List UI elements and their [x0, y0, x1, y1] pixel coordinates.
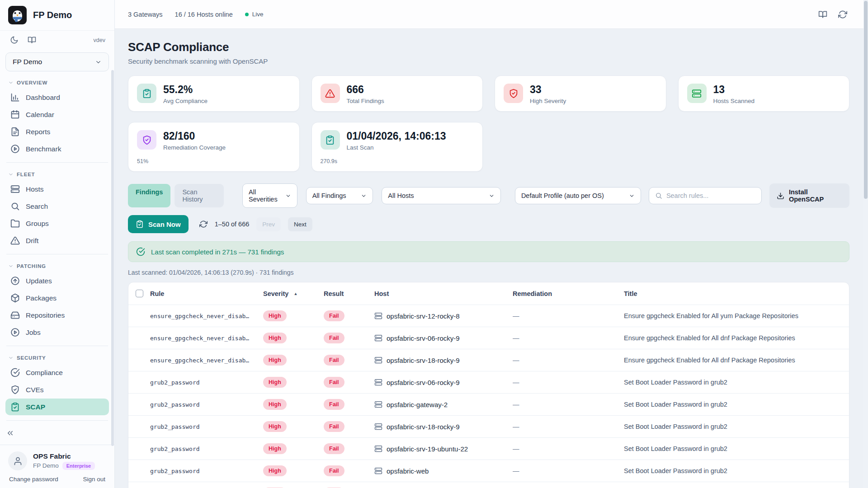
sidebar-divider [6, 254, 108, 254]
column-header-result[interactable]: Result [324, 290, 374, 297]
prev-page-button[interactable]: Prev [256, 217, 281, 231]
column-header-rule[interactable]: Rule [150, 290, 263, 297]
search-rules-input[interactable] [666, 192, 755, 199]
severity-badge: High [263, 310, 287, 321]
collapse-sidebar-icon[interactable] [6, 429, 14, 437]
column-header-title[interactable]: Title [624, 290, 849, 297]
table-row[interactable]: grub2_passwordHighFailopsfabric-web—Set … [128, 460, 849, 482]
filter-select-value: All Hosts [388, 192, 414, 199]
column-header-severity[interactable]: Severity▲ [263, 290, 324, 297]
sidebar-item-benchmark[interactable]: Benchmark [5, 141, 109, 157]
host-cell[interactable]: opsfabric-srv-19-ubuntu-22 [374, 445, 513, 453]
column-header-remediation[interactable]: Remediation [513, 290, 624, 297]
host-cell[interactable]: opsfabric-srv-12-rocky-8 [374, 312, 513, 320]
install-openscap-button[interactable]: Install OpenSCAP [769, 183, 849, 208]
host-cell[interactable]: opsfabric-srv-06-rocky-9 [374, 334, 513, 342]
sidebar-item-packages[interactable]: Packages [5, 290, 109, 306]
sidebar-item-scap[interactable]: SCAP [5, 399, 109, 415]
sidebar-item-compliance[interactable]: Compliance [5, 364, 109, 381]
sidebar-item-label: Updates [26, 277, 52, 285]
chevron-down-icon [95, 59, 102, 66]
page-scrollbar-thumb[interactable] [864, 1, 868, 199]
sidebar-scrollbar[interactable] [111, 70, 114, 446]
severity-badge: High [263, 465, 287, 476]
host-name: opsfabric-srv-12-rocky-8 [387, 312, 460, 320]
severity-badge: High [263, 421, 287, 432]
host-cell[interactable]: opsfabric-gateway-2 [374, 400, 513, 408]
sidebar-section-patching[interactable]: PATCHING [5, 259, 109, 272]
docs-book-icon[interactable] [28, 36, 36, 44]
sidebar-item-drift[interactable]: Drift [5, 232, 109, 249]
file-text-icon [10, 127, 20, 136]
shield-check-icon [509, 89, 519, 99]
host-cell[interactable]: opsfabric-srv-18-rocky-9 [374, 356, 513, 364]
table-row[interactable]: grub2_passwordHighFailopsfabric-gateway—… [128, 482, 849, 488]
rule-cell: grub2_password [150, 401, 263, 408]
sidebar-item-cves[interactable]: CVEs [5, 381, 109, 398]
sidebar-item-repositories[interactable]: Repositories [5, 307, 109, 324]
refresh-findings-icon[interactable] [199, 220, 208, 228]
install-openscap-label: Install OpenSCAP [789, 188, 842, 203]
filter-select-all-hosts[interactable]: All Hosts [382, 187, 501, 204]
search-box [649, 187, 762, 204]
host-cell[interactable]: opsfabric-web [374, 467, 513, 475]
tab-findings[interactable]: Findings [128, 184, 170, 207]
sidebar-item-calendar[interactable]: Calendar [5, 106, 109, 123]
sidebar-item-reports[interactable]: Reports [5, 123, 109, 140]
page-scrollbar-track[interactable] [863, 0, 868, 488]
rule-cell: grub2_password [150, 446, 263, 452]
sidebar-item-search[interactable]: Search [5, 198, 109, 215]
sidebar-item-updates[interactable]: Updates [5, 272, 109, 289]
table-row[interactable]: ensure_gpgcheck_never_disab…HighFailopsf… [128, 305, 849, 327]
result-badge: Fail [324, 421, 344, 432]
sidebar-item-groups[interactable]: Groups [5, 215, 109, 232]
column-header-host[interactable]: Host [374, 290, 513, 297]
scan-now-button[interactable]: Scan Now [128, 215, 189, 233]
docs-book-icon[interactable] [818, 10, 827, 19]
column-header-label: Rule [150, 290, 164, 297]
table-row[interactable]: grub2_passwordHighFailopsfabric-srv-18-r… [128, 415, 849, 437]
tab-scan-history[interactable]: Scan History [175, 184, 224, 207]
filter-select-all-severities[interactable]: All Severities [242, 183, 297, 208]
refresh-icon[interactable] [838, 10, 847, 19]
remediation-cell: — [513, 445, 624, 452]
server-icon [374, 356, 382, 364]
table-row[interactable]: grub2_passwordHighFailopsfabric-srv-19-u… [128, 437, 849, 460]
column-header-label: Result [324, 290, 344, 297]
sidebar-section-overview[interactable]: OVERVIEW [5, 76, 109, 89]
change-password-link[interactable]: Change password [9, 476, 58, 483]
sidebar-item-label: Search [26, 202, 48, 211]
column-header-label: Title [624, 290, 637, 297]
folder-icon [10, 219, 20, 228]
sidebar-section-security[interactable]: SECURITY [5, 351, 109, 364]
title-cell: Ensure gpgcheck Enabled for All dnf Pack… [624, 334, 849, 342]
sidebar-item-label: Calendar [26, 111, 54, 119]
sidebar-divider [6, 162, 108, 163]
filter-select-default-profile-auto-per-os[interactable]: Default Profile (auto per OS) [515, 187, 641, 204]
sidebar-item-dashboard[interactable]: Dashboard [5, 89, 109, 106]
table-row[interactable]: ensure_gpgcheck_never_disab…HighFailopsf… [128, 327, 849, 349]
table-row[interactable]: grub2_passwordHighFailopsfabric-gateway-… [128, 393, 849, 415]
sign-out-link[interactable]: Sign out [83, 476, 105, 483]
host-cell[interactable]: opsfabric-srv-18-rocky-9 [374, 422, 513, 431]
table-row[interactable]: grub2_passwordHighFailopsfabric-srv-06-r… [128, 371, 849, 393]
next-page-button[interactable]: Next [288, 217, 312, 231]
filter-select-all-findings[interactable]: All Findings [306, 187, 373, 204]
sidebar-item-label: Groups [26, 220, 49, 228]
table-row[interactable]: ensure_gpgcheck_never_disab…HighFailopsf… [128, 349, 849, 371]
remediation-cell: — [513, 357, 624, 364]
result-badge: Fail [324, 377, 344, 388]
plan-badge: Enterprise [62, 462, 95, 470]
sidebar-item-hosts[interactable]: Hosts [5, 181, 109, 197]
host-cell[interactable]: opsfabric-srv-06-rocky-9 [374, 378, 513, 386]
stat-value: 666 [347, 84, 384, 96]
dark-mode-moon-icon[interactable] [10, 36, 19, 44]
sidebar-section-fleet[interactable]: FLEET [5, 168, 109, 180]
column-header-label: Severity [263, 290, 288, 297]
sidebar-item-jobs[interactable]: Jobs [5, 324, 109, 341]
select-all-checkbox[interactable] [136, 290, 143, 297]
stat-label: Total Findings [347, 98, 384, 104]
org-select[interactable]: FP Demo [5, 52, 109, 71]
chevron-down-icon [8, 80, 14, 85]
server-icon [10, 184, 20, 194]
